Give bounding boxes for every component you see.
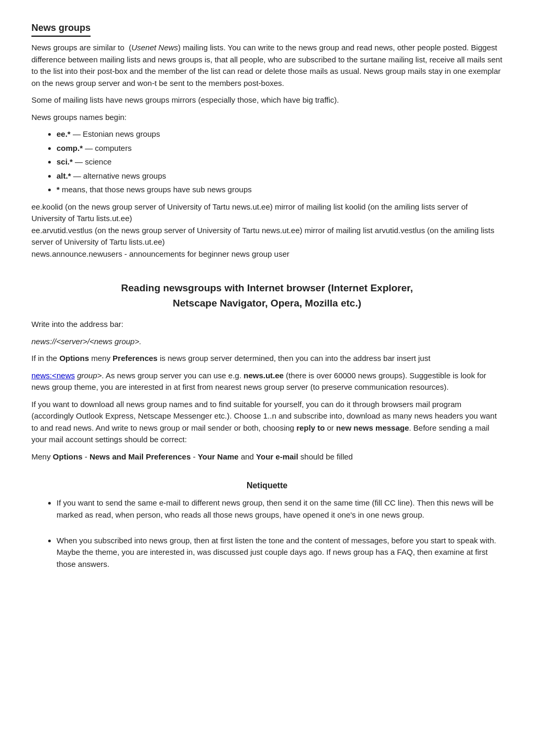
usenet-italic: Usenet News [131, 43, 178, 52]
news-link[interactable]: news:<news [31, 371, 75, 380]
list-item: alt.* — alternative news groups [57, 170, 503, 182]
newsgroups-heading: News groups [31, 21, 91, 37]
sci-prefix: sci.* [57, 157, 73, 166]
reply-to-bold: reply to [296, 423, 325, 432]
list-item: sci.* — science [57, 156, 503, 168]
reading-address-bar-label: Write into the address bar: [31, 319, 503, 331]
alt-description: — alternative news groups [73, 171, 166, 180]
comp-description: — computers [85, 144, 131, 152]
meny-options-bold: Options [53, 452, 83, 461]
netiquette-heading: Netiquette [31, 479, 503, 492]
netiquette-section: Netiquette If you want to send the same … [31, 479, 503, 570]
list-item: When you subscribed into news group, the… [57, 535, 503, 571]
ee-description: — Estonian news groups [73, 129, 160, 138]
list-item: * means, that those news groups have sub… [57, 184, 503, 196]
reading-download-paragraph: If you want to download all news group n… [31, 399, 503, 446]
newsgroups-list: ee.* — Estonian news groups comp.* — com… [57, 128, 503, 196]
reading-section: Reading newsgroups with Internet browser… [31, 281, 503, 463]
preferences-bold: Preferences [113, 354, 158, 363]
newsgroups-intro-paragraph: News groups are similar to (Usenet News)… [31, 42, 503, 89]
ee-koolid-detail: ee.koolid (on the news group server of U… [31, 201, 503, 260]
meny-your-email-bold: Your e-mail [256, 452, 298, 461]
news-group-italic: group> [75, 371, 102, 380]
new-news-bold: new news message [336, 423, 409, 432]
list-item: If you want to send the same e-mail to d… [57, 497, 503, 521]
reading-url-format: news://<server>/<news group>. [31, 336, 503, 348]
comp-prefix: comp.* [57, 144, 83, 152]
meny-news-mail-bold: News and Mail Preferences [90, 452, 191, 461]
reading-options-paragraph: If in the Options meny Preferences is ne… [31, 353, 503, 365]
meny-your-name-bold: Your Name [198, 452, 239, 461]
news-url-format: news://<server>/<news group>. [31, 337, 141, 346]
reading-heading: Reading newsgroups with Internet browser… [31, 281, 503, 311]
ee-prefix: ee.* [57, 129, 71, 138]
star-prefix: * [57, 185, 60, 194]
star-description: means, that those news groups have sub n… [62, 185, 252, 194]
newsgroups-mirrors-paragraph: Some of mailing lists have news groups m… [31, 94, 503, 106]
options-bold: Options [59, 354, 89, 363]
list-item: comp.* — computers [57, 143, 503, 155]
netiquette-list: If you want to send the same e-mail to d… [57, 497, 503, 570]
sci-description: — science [75, 157, 112, 166]
list-item: ee.* — Estonian news groups [57, 128, 503, 140]
newsgroups-section: News groups News groups are similar to (… [31, 21, 503, 260]
reading-meny-paragraph: Meny Options - News and Mail Preferences… [31, 451, 503, 463]
reading-news-link-paragraph: news:<news group>. As news group server … [31, 370, 503, 393]
alt-prefix: alt.* [57, 171, 71, 180]
newsgroups-names-begin: News groups names begin: [31, 112, 503, 124]
news-server-bold: news.ut.ee [243, 371, 284, 380]
